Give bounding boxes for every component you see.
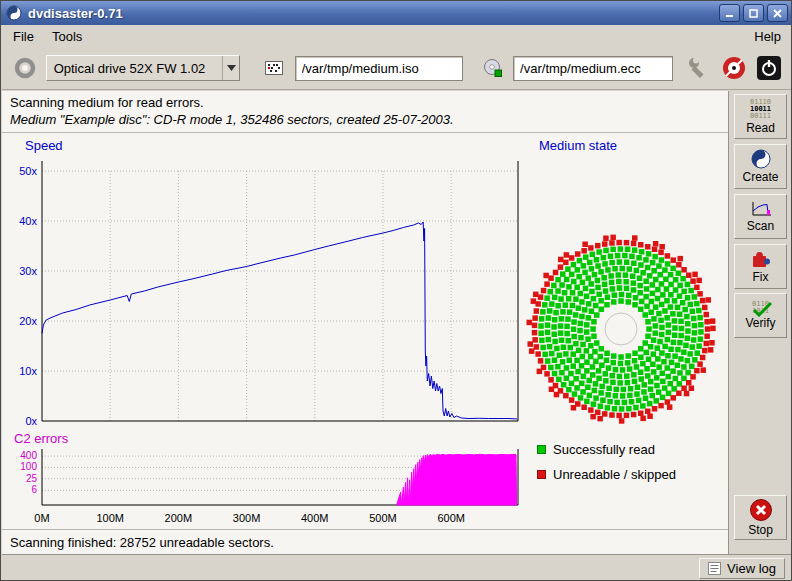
create-icon: [751, 149, 771, 169]
maximize-icon: [748, 8, 759, 19]
svg-text:0x: 0x: [25, 415, 37, 427]
c2-errors-chart: 4001002560M100M200M300M400M500M600M: [8, 445, 524, 529]
separator: [2, 132, 728, 133]
svg-text:400: 400: [20, 450, 37, 461]
status-line-2: Medium "Example disc": CD-R mode 1, 3524…: [10, 112, 454, 127]
toolbar: Optical drive 52X FW 1.02: [2, 47, 792, 90]
check-icon: [751, 301, 773, 317]
svg-text:600M: 600M: [437, 512, 465, 524]
svg-text:400M: 400M: [301, 512, 329, 524]
main-content: Scanning medium for read errors. Medium …: [2, 91, 728, 554]
drive-button[interactable]: [11, 53, 40, 83]
maximize-button[interactable]: [743, 4, 764, 22]
legend-item-read: Successfully read: [537, 442, 676, 457]
svg-text:20x: 20x: [19, 315, 37, 327]
separator: [2, 529, 728, 530]
verify-button[interactable]: 0110 1011 Verify: [734, 293, 787, 338]
close-icon: [772, 8, 783, 19]
drive-select[interactable]: Optical drive 52X FW 1.02: [46, 55, 241, 81]
svg-text:25: 25: [26, 473, 38, 484]
dvdisaster-logo-icon: [721, 55, 747, 81]
speed-chart-title: Speed: [25, 138, 63, 153]
close-button[interactable]: [767, 4, 788, 22]
read-button[interactable]: 01110 10011 00111 Read: [734, 94, 787, 139]
medium-state-legend: Successfully read Unreadable / skipped: [537, 442, 676, 482]
legend-label-unreadable: Unreadable / skipped: [553, 467, 676, 482]
svg-text:500M: 500M: [369, 512, 397, 524]
ecc-file-button[interactable]: [478, 53, 507, 83]
log-icon: [708, 562, 721, 575]
stop-button[interactable]: Stop: [734, 495, 787, 540]
menu-tools[interactable]: Tools: [43, 27, 91, 46]
iso-file-button[interactable]: [260, 53, 289, 83]
action-sidebar: 01110 10011 00111 Read Create Scan: [728, 91, 792, 554]
wrench-icon: [687, 56, 711, 80]
app-window: dvdisaster-0.71 File Tools Help Optical …: [0, 0, 792, 581]
view-log-button[interactable]: View log: [699, 558, 785, 579]
app-icon[interactable]: [6, 5, 22, 21]
legend-item-unreadable: Unreadable / skipped: [537, 467, 676, 482]
quit-button[interactable]: [754, 53, 783, 83]
ecc-file-icon: [483, 58, 503, 78]
legend-label-read: Successfully read: [553, 442, 655, 457]
scan-icon: [750, 201, 772, 218]
fix-button[interactable]: Fix: [734, 244, 787, 289]
drive-icon: [14, 57, 36, 79]
scan-button[interactable]: Scan: [734, 194, 787, 239]
svg-text:100M: 100M: [96, 512, 124, 524]
medium-state-disc: [523, 231, 719, 427]
scan-result-status: Scanning finished: 28752 unreadable sect…: [10, 535, 274, 550]
read-label: Read: [746, 121, 775, 135]
c2-errors-title: C2 errors: [14, 431, 68, 446]
about-button[interactable]: [720, 53, 749, 83]
svg-text:300M: 300M: [233, 512, 261, 524]
menubar: File Tools Help: [2, 25, 792, 47]
svg-text:0M: 0M: [34, 512, 49, 524]
svg-text:40x: 40x: [19, 215, 37, 227]
legend-swatch-red: [537, 470, 546, 479]
fix-label: Fix: [753, 270, 769, 284]
menu-help[interactable]: Help: [745, 27, 790, 46]
ecc-path-input[interactable]: [513, 56, 673, 81]
read-icon: 01110 10011 00111: [750, 99, 771, 120]
bottom-bar: View log: [2, 554, 792, 581]
create-button[interactable]: Create: [734, 144, 787, 189]
view-log-label: View log: [727, 561, 776, 576]
status-line-1: Scanning medium for read errors.: [10, 95, 204, 110]
stop-icon: [749, 498, 773, 522]
drive-select-value: Optical drive 52X FW 1.02: [47, 61, 223, 76]
chevron-down-icon: [222, 56, 239, 80]
stop-label: Stop: [748, 523, 773, 537]
svg-text:30x: 30x: [19, 265, 37, 277]
window-title: dvdisaster-0.71: [28, 6, 716, 21]
svg-text:6: 6: [31, 484, 37, 495]
menu-file[interactable]: File: [4, 27, 43, 46]
iso-file-icon: [264, 58, 284, 78]
preferences-button[interactable]: [685, 53, 714, 83]
legend-swatch-green: [537, 445, 546, 454]
iso-path-input[interactable]: [295, 56, 463, 81]
verify-label: Verify: [745, 316, 775, 330]
scan-label: Scan: [747, 219, 774, 233]
power-icon: [756, 55, 782, 81]
minimize-icon: [724, 8, 735, 19]
puzzle-piece-icon: [750, 249, 772, 269]
minimize-button[interactable]: [719, 4, 740, 22]
titlebar: dvdisaster-0.71: [1, 1, 792, 25]
medium-state-title: Medium state: [539, 138, 617, 153]
svg-text:50x: 50x: [19, 165, 37, 177]
speed-chart: 50x40x30x20x10x0x: [8, 153, 524, 433]
svg-text:200M: 200M: [165, 512, 193, 524]
create-label: Create: [742, 170, 778, 184]
svg-text:10x: 10x: [19, 365, 37, 377]
svg-text:100: 100: [20, 461, 37, 472]
